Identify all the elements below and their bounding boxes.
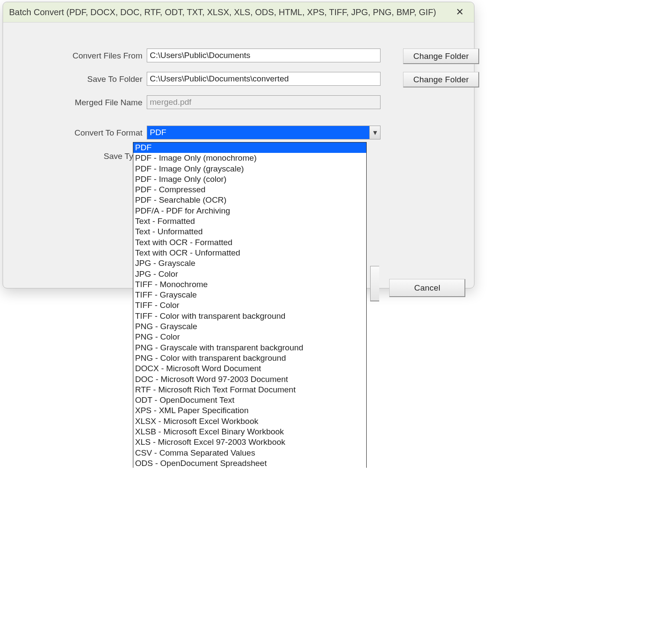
combo-convert-format[interactable]: PDF ▾ [147, 126, 381, 139]
combo-selected-value: PDF [147, 126, 369, 139]
format-option[interactable]: XLSB - Microsoft Excel Binary Workbook [133, 427, 366, 437]
format-option[interactable]: PDF - Image Only (color) [133, 174, 366, 184]
close-icon[interactable]: ✕ [456, 6, 464, 18]
format-option[interactable]: XPS - XML Paper Specification [133, 405, 366, 416]
format-option[interactable]: TIFF - Color [133, 300, 366, 311]
row-convert-from: Convert Files From C:\Users\Public\Docum… [17, 49, 460, 66]
format-option[interactable]: PDF [133, 142, 366, 153]
input-save-to[interactable]: C:\Users\Public\Documents\converted [147, 72, 381, 86]
format-option[interactable]: PDF - Searchable (OCR) [133, 195, 366, 205]
format-option[interactable]: CSV - Comma Separated Values [133, 448, 366, 458]
input-convert-from[interactable]: C:\Users\Public\Documents [147, 49, 381, 62]
format-option[interactable]: Text with OCR - Formatted [133, 237, 366, 248]
format-option[interactable]: TIFF - Grayscale [133, 290, 366, 300]
format-option[interactable]: PDF/A - PDF for Archiving [133, 206, 366, 216]
chevron-down-icon[interactable]: ▾ [369, 126, 380, 139]
label-convert-format: Convert To Format [26, 128, 142, 138]
format-option[interactable]: RTF - Microsoft Rich Text Format Documen… [133, 385, 366, 395]
label-convert-from: Convert Files From [26, 51, 142, 61]
format-option[interactable]: ODT - OpenDocument Text [133, 395, 366, 405]
format-option[interactable]: XLS - Microsoft Excel 97-2003 Workbook [133, 437, 366, 447]
format-option[interactable]: JPG - Color [133, 269, 366, 279]
format-option[interactable]: PNG - Grayscale [133, 321, 366, 332]
titlebar: Batch Convert (PDF, DOCX, DOC, RTF, ODT,… [3, 2, 474, 23]
format-option[interactable]: XLSX - Microsoft Excel Workbook [133, 416, 366, 427]
format-option[interactable]: Text with OCR - Unformatted [133, 248, 366, 258]
format-option[interactable]: DOC - Microsoft Word 97-2003 Document [133, 374, 366, 385]
label-save-type: Save Type [26, 152, 142, 161]
row-save-to: Save To Folder C:\Users\Public\Documents… [17, 72, 460, 89]
cancel-button[interactable]: Cancel [389, 279, 465, 297]
label-merged-name: Merged File Name [26, 98, 142, 107]
row-convert-format: Convert To Format PDF ▾ [17, 126, 460, 143]
window-title: Batch Convert (PDF, DOCX, DOC, RTF, ODT,… [9, 7, 436, 17]
format-option[interactable]: PDF - Compressed [133, 184, 366, 195]
format-option[interactable]: PDF - Image Only (monochrome) [133, 153, 366, 163]
format-option[interactable]: Text - Unformatted [133, 227, 366, 237]
format-option[interactable]: PDF - Image Only (grayscale) [133, 164, 366, 174]
input-merged-name: merged.pdf [147, 95, 381, 109]
label-save-to: Save To Folder [26, 74, 142, 84]
format-option[interactable]: Text - Formatted [133, 216, 366, 227]
format-option[interactable]: PNG - Color with transparent background [133, 353, 366, 363]
format-option[interactable]: TIFF - Color with transparent background [133, 311, 366, 321]
next-button-edge[interactable] [370, 266, 379, 301]
format-option[interactable]: JPG - Grayscale [133, 258, 366, 269]
format-dropdown-list[interactable]: PDFPDF - Image Only (monochrome)PDF - Im… [133, 142, 367, 468]
row-merged-name: Merged File Name merged.pdf [17, 95, 460, 113]
change-folder-from-button[interactable]: Change Folder [403, 49, 479, 64]
change-folder-to-button[interactable]: Change Folder [403, 72, 479, 87]
format-option[interactable]: PNG - Grayscale with transparent backgro… [133, 343, 366, 353]
format-option[interactable]: PNG - Color [133, 332, 366, 342]
format-option[interactable]: DOCX - Microsoft Word Document [133, 363, 366, 374]
format-option[interactable]: ODS - OpenDocument Spreadsheet [133, 458, 366, 468]
format-option[interactable]: TIFF - Monochrome [133, 279, 366, 290]
